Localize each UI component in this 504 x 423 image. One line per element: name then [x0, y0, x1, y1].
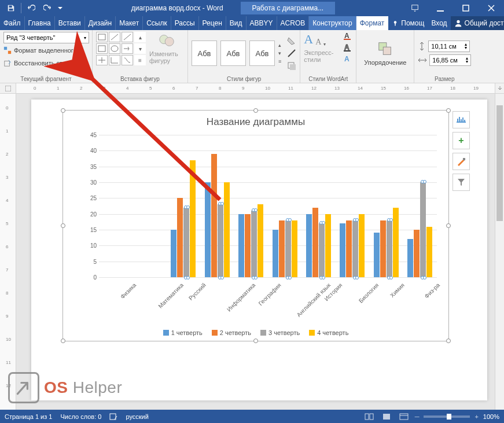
svg-rect-1 [9, 9, 13, 11]
svg-rect-24 [383, 47, 391, 54]
height-field[interactable]: 10,11 см▴▾ [428, 41, 470, 52]
read-mode-button[interactable] [363, 411, 376, 422]
tab-file[interactable]: Файл [0, 16, 25, 30]
tab-layout[interactable]: Макет [116, 16, 143, 30]
tab-chart-design[interactable]: Конструктор [309, 16, 356, 30]
group-shape-styles: Абв Абв Абв ▴▾≡ Стили фигур [188, 30, 300, 83]
tab-design[interactable]: Дизайн [85, 16, 116, 30]
ruler-arrow-icon [495, 83, 504, 93]
width-icon [418, 56, 427, 64]
chart-title[interactable]: Название диаграммы [63, 111, 448, 131]
tab-chart-format[interactable]: Формат [356, 16, 389, 30]
svg-rect-6 [395, 23, 396, 26]
print-layout-button[interactable] [380, 411, 393, 422]
resize-handle[interactable] [61, 108, 65, 113]
chart-filter-button[interactable] [453, 174, 470, 191]
resize-handle[interactable] [446, 339, 451, 343]
proofing-icon[interactable] [109, 413, 117, 421]
vertical-scrollbar[interactable] [495, 94, 504, 410]
undo-button[interactable] [24, 2, 39, 14]
qat-more-button[interactable] [56, 2, 64, 14]
language-status[interactable]: русский [126, 413, 148, 420]
ruler-toggle[interactable] [0, 83, 16, 93]
tab-abbyy[interactable]: ABBYY [247, 16, 277, 30]
wordart-quick-styles[interactable]: Экспресс-стили [304, 49, 339, 63]
zoom-level[interactable]: 100% [483, 413, 499, 420]
chart-legend[interactable]: 1 четверть2 четверть3 четверть4 четверть [63, 329, 448, 336]
shape-effects-icon[interactable] [287, 61, 296, 71]
shapes-gallery[interactable]: ▴ ▾ ≡ [96, 32, 146, 65]
svg-rect-0 [9, 6, 12, 8]
tab-references[interactable]: Ссылк [143, 16, 171, 30]
horizontal-ruler[interactable]: 01234567891011121314151617181920 [16, 83, 495, 93]
share-button[interactable]: Общий доступ [451, 16, 504, 30]
text-effects-icon[interactable]: A [343, 55, 352, 63]
reset-style-button[interactable]: Восстановить стиль [3, 57, 89, 69]
minimize-button[interactable] [428, 0, 453, 16]
resize-handle[interactable] [446, 223, 451, 228]
svg-rect-3 [437, 10, 444, 12]
ribbon: Ряд "3 четверть"▾ Формат выделенного Вос… [0, 30, 504, 83]
resize-handle[interactable] [61, 339, 65, 343]
zoom-slider[interactable] [424, 415, 470, 418]
svg-rect-25 [5, 86, 11, 91]
tell-me[interactable]: Помощ [388, 16, 428, 30]
tab-review[interactable]: Рецен [199, 16, 226, 30]
svg-text:A: A [344, 43, 350, 52]
tab-home[interactable]: Главна [25, 16, 55, 30]
chart-plot-area[interactable]: 051015202530354045 [99, 135, 437, 277]
shape-outline-icon[interactable] [287, 49, 296, 58]
shape-styles-gallery[interactable]: Абв Абв Абв ▴▾≡ [192, 41, 281, 66]
save-button[interactable] [3, 2, 19, 14]
ribbon-tabs: Файл Главна Встави Дизайн Макет Ссылк Ра… [0, 16, 504, 30]
svg-rect-19 [344, 39, 351, 40]
width-field[interactable]: 16,85 см▴▾ [429, 54, 471, 66]
tab-insert[interactable]: Встави [55, 16, 85, 30]
svg-rect-32 [400, 414, 408, 420]
resize-handle[interactable] [61, 223, 65, 228]
svg-rect-8 [4, 47, 7, 50]
page-viewport[interactable]: Название диаграммы 051015202530354045 Фи… [16, 94, 504, 410]
arrange-button[interactable]: Упорядочение [368, 41, 403, 66]
svg-text:A: A [344, 55, 350, 63]
svg-rect-21 [344, 50, 351, 52]
page-status[interactable]: Страница 1 из 1 [5, 413, 52, 420]
svg-rect-12 [98, 46, 105, 52]
window-controls [402, 0, 504, 16]
quick-access-toolbar [0, 2, 64, 14]
svg-point-15 [165, 37, 174, 46]
group-arrange: Упорядочение [356, 30, 414, 83]
text-outline-icon[interactable]: A [343, 43, 352, 52]
watermark-logo: OS Helper [8, 372, 122, 403]
tab-acrobat[interactable]: ACROB [277, 16, 310, 30]
svg-rect-26 [463, 158, 465, 160]
height-icon [418, 42, 426, 51]
resize-handle[interactable] [253, 339, 258, 343]
x-axis-labels: ФизикаМатематикаРусскийИнформатикаГеогра… [99, 279, 437, 315]
contextual-tab-title: Работа с диаграмма... [241, 2, 336, 14]
close-button[interactable] [479, 0, 504, 16]
group-size: 10,11 см▴▾ 16,85 см▴▾ Размер [414, 30, 474, 83]
resize-handle[interactable] [253, 108, 258, 113]
chart-styles-button[interactable] [453, 153, 470, 170]
maximize-button[interactable] [453, 0, 479, 16]
resize-handle[interactable] [446, 108, 451, 113]
chart-layout-button[interactable] [453, 111, 470, 128]
chart-object[interactable]: Название диаграммы 051015202530354045 Фи… [62, 110, 449, 341]
word-count[interactable]: Число слов: 0 [60, 413, 101, 420]
tab-mailings[interactable]: Рассы [171, 16, 199, 30]
vertical-ruler[interactable]: 0123456789101112 [0, 94, 16, 410]
chart-elements-combo[interactable]: Ряд "3 четверть"▾ [3, 32, 89, 43]
svg-text:A: A [344, 32, 350, 40]
chart-elements-button[interactable]: + [453, 132, 470, 149]
ribbon-options-button[interactable] [402, 0, 428, 16]
text-fill-icon[interactable]: A [343, 32, 352, 40]
group-insert-shapes: ▴ ▾ ≡ Изменить фигуру Вставка фигур [93, 30, 188, 83]
sign-in[interactable]: Вход [428, 16, 450, 30]
shape-fill-icon[interactable] [287, 36, 296, 45]
svg-rect-29 [365, 414, 369, 420]
web-layout-button[interactable] [398, 411, 410, 422]
redo-button[interactable] [40, 2, 55, 14]
format-selection-button[interactable]: Формат выделенного [3, 45, 89, 56]
tab-view[interactable]: Вид [226, 16, 247, 30]
